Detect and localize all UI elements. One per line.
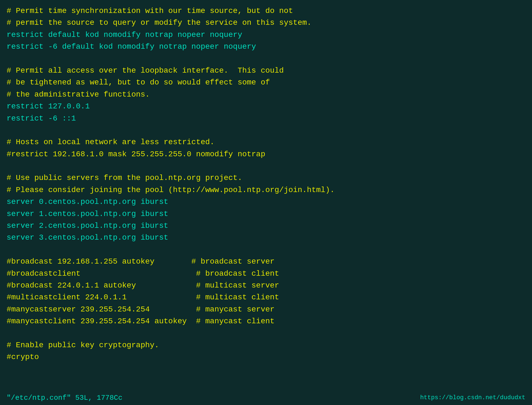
code-line: # Hosts on local network are less restri… bbox=[7, 138, 214, 146]
status-bar: "/etc/ntp.conf" 53L, 1778Cc https://blog… bbox=[0, 391, 532, 405]
code-line: #crypto bbox=[7, 353, 39, 361]
status-right: https://blog.csdn.net/dududxt bbox=[420, 393, 525, 403]
code-line: #broadcastclient # broadcast client bbox=[7, 269, 279, 278]
terminal-window: # Permit time synchronization with our t… bbox=[0, 0, 532, 405]
code-line: restrict default kod nomodify notrap nop… bbox=[7, 31, 242, 39]
code-content: # Permit time synchronization with our t… bbox=[7, 5, 525, 363]
code-line: restrict -6 ::1 bbox=[7, 114, 76, 123]
status-left: "/etc/ntp.conf" 53L, 1778Cc bbox=[7, 392, 122, 403]
code-line: # be tightened as well, but to do so wou… bbox=[7, 78, 270, 87]
code-line: # the administrative functions. bbox=[7, 90, 150, 99]
code-line: # permit the source to query or modify t… bbox=[7, 18, 312, 27]
code-line: #broadcast 224.0.1.1 autokey # multicast… bbox=[7, 281, 279, 290]
code-line: # Please consider joining the pool (http… bbox=[7, 186, 335, 194]
code-line: # Enable public key cryptography. bbox=[7, 341, 159, 349]
code-line: # Permit all access over the loopback in… bbox=[7, 66, 284, 75]
code-line: #manycastclient 239.255.254.254 autokey … bbox=[7, 317, 275, 325]
code-line: server 0.centos.pool.ntp.org iburst bbox=[7, 198, 168, 206]
code-line: restrict -6 default kod nomodify notrap … bbox=[7, 42, 256, 51]
code-line: #multicastclient 224.0.1.1 # multicast c… bbox=[7, 293, 279, 302]
code-line: #restrict 192.168.1.0 mask 255.255.255.0… bbox=[7, 150, 265, 158]
code-line: # Use public servers from the pool.ntp.o… bbox=[7, 174, 242, 182]
code-line: restrict 127.0.0.1 bbox=[7, 102, 90, 111]
code-line: #broadcast 192.168.1.255 autokey # broad… bbox=[7, 257, 275, 266]
code-line: server 2.centos.pool.ntp.org iburst bbox=[7, 221, 168, 230]
code-line: server 1.centos.pool.ntp.org iburst bbox=[7, 210, 168, 218]
code-line: server 3.centos.pool.ntp.org iburst bbox=[7, 233, 168, 242]
code-line: # Permit time synchronization with our t… bbox=[7, 7, 293, 15]
code-line: #manycastserver 239.255.254.254 # manyca… bbox=[7, 305, 275, 314]
